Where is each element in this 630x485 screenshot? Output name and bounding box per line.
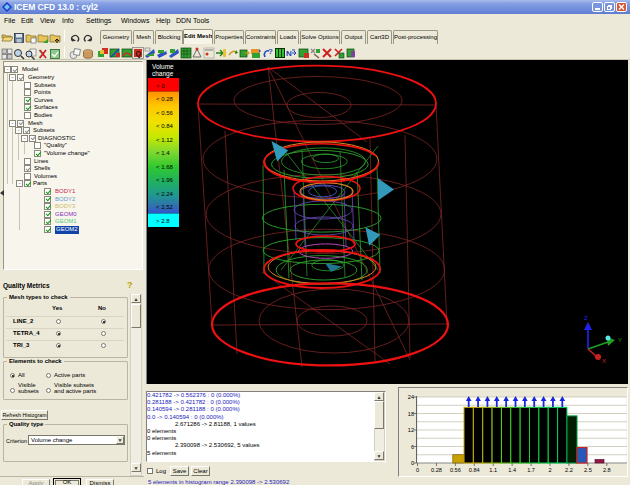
svg-text:1.1: 1.1 <box>489 467 497 473</box>
svg-text:< 1.12: < 1.12 <box>156 137 174 143</box>
svg-text:< 2.52: < 2.52 <box>156 204 174 210</box>
svg-text:?: ? <box>268 47 273 56</box>
svg-text:1.7: 1.7 <box>527 467 535 473</box>
svg-text:Q: Q <box>136 50 142 58</box>
svg-text:0.28: 0.28 <box>431 467 442 473</box>
svg-text:< 1.96: < 1.96 <box>156 177 174 183</box>
svg-text:0.56: 0.56 <box>450 467 461 473</box>
svg-text:change: change <box>152 70 174 78</box>
svg-text:0.84: 0.84 <box>469 467 480 473</box>
svg-text:2: 2 <box>548 467 551 473</box>
svg-text:Z: Z <box>584 315 588 321</box>
svg-text:Volume: Volume <box>152 63 174 70</box>
svg-text:< 1.68: < 1.68 <box>156 164 174 170</box>
svg-text:2.8: 2.8 <box>603 467 611 473</box>
svg-text:18: 18 <box>408 411 414 417</box>
svg-text:< 0.56: < 0.56 <box>156 110 174 116</box>
svg-text:2.2: 2.2 <box>565 467 573 473</box>
svg-text:24: 24 <box>408 394 414 400</box>
svg-text:> 2.8: > 2.8 <box>156 218 170 224</box>
svg-text:N: N <box>286 49 292 58</box>
svg-text:Y: Y <box>618 337 622 343</box>
svg-text:< 2.24: < 2.24 <box>156 191 174 197</box>
svg-text:< 0.28: < 0.28 <box>156 96 174 102</box>
svg-text:X: X <box>602 358 606 364</box>
svg-text:< 1.4: < 1.4 <box>156 150 170 156</box>
svg-text:2.5: 2.5 <box>584 467 592 473</box>
svg-text:6: 6 <box>411 444 414 450</box>
svg-text:1.4: 1.4 <box>508 467 516 473</box>
svg-text:0: 0 <box>411 460 414 466</box>
svg-text:< 0.84: < 0.84 <box>156 123 174 129</box>
svg-text:12: 12 <box>408 427 414 433</box>
svg-text:< 0: < 0 <box>156 83 165 89</box>
svg-text:0: 0 <box>416 467 419 473</box>
